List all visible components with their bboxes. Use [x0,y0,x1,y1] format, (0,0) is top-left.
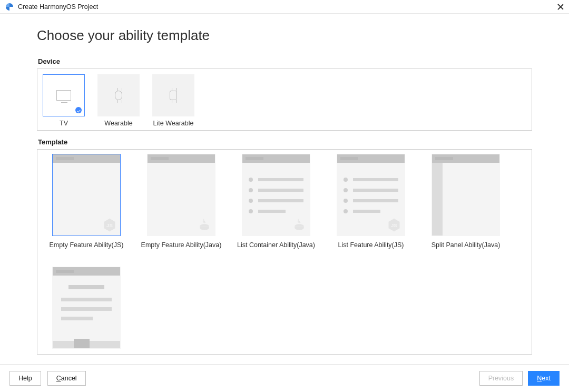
device-label: Lite Wearable [153,120,194,127]
template-card [52,267,121,349]
template-topbar [432,154,499,163]
device-section-label: Device [38,57,532,65]
template-label: Empty Feature Ability(Java) [141,241,222,249]
device-label: Wearable [104,120,132,127]
svg-text:JS: JS [391,222,397,228]
template-label: List Feature Ability(JS) [338,241,404,249]
cancel-mnemonic: C [56,375,61,382]
template-option[interactable]: List Container Ability(Java) [231,154,321,249]
device-label: TV [60,120,68,127]
template-section-label: Template [38,138,532,146]
create-project-dialog: Create HarmonyOS Project Choose your abi… [0,0,569,392]
template-label: List Container Ability(Java) [237,241,315,249]
template-card: JS [337,154,405,236]
cancel-rest: ancel [61,375,77,382]
template-tabbar [53,341,120,348]
template-card [242,154,310,236]
watch-icon [115,91,122,100]
template-list-lines [344,171,398,220]
java-badge-icon [292,218,307,232]
device-card [97,74,140,116]
device-option[interactable]: Wearable [97,74,140,127]
template-option[interactable]: Split Panel Ability(Java) [421,154,511,249]
dialog-title-bar: Create HarmonyOS Project [0,0,569,14]
template-topbar [53,154,120,163]
template-split-left [432,163,443,236]
template-topbar [242,154,310,163]
device-option[interactable]: Lite Wearable [152,74,194,127]
template-option[interactable]: Empty Feature Ability(Java) [136,154,226,249]
next-rest: ext [542,375,551,382]
template-label: Tab Feature Ability(JS) [53,354,120,355]
cancel-button[interactable]: Cancel [47,371,86,386]
tv-icon [56,90,71,101]
next-mnemonic: N [537,375,542,382]
device-option[interactable]: TV [43,74,85,127]
close-icon[interactable] [557,4,564,10]
template-card [147,154,215,236]
template-label: Split Panel Ability(Java) [431,241,501,249]
help-button[interactable]: Help [9,371,41,386]
template-topbar [53,267,120,276]
template-picker: JSEmpty Feature Ability(JS)Empty Feature… [37,149,532,355]
js-badge-icon: JS [102,218,117,232]
template-option[interactable]: JSList Feature Ability(JS) [326,154,416,249]
dialog-footer: Help Cancel Previous Next [0,364,569,392]
template-card: JS [52,154,121,236]
template-list-lines [249,171,303,220]
dialog-body: Choose your ability template Device TVWe… [0,14,569,364]
previous-button[interactable]: Previous [479,371,523,386]
dialog-title: Create HarmonyOS Project [18,3,557,11]
next-button[interactable]: Next [528,371,560,386]
page-title: Choose your ability template [37,27,532,44]
template-option[interactable]: JSEmpty Feature Ability(JS) [42,154,131,249]
template-topbar [148,154,215,163]
watch-lite-icon [170,91,177,100]
selected-check-icon [75,107,82,113]
template-label: Empty Feature Ability(JS) [49,241,123,249]
template-topbar [337,154,405,163]
svg-text:JS: JS [106,222,113,228]
js-badge-icon: JS [387,218,401,232]
template-option[interactable]: Tab Feature Ability(JS) [42,267,131,355]
template-card [431,154,500,236]
device-picker: TVWearableLite Wearable [37,68,532,131]
java-badge-icon [197,218,212,232]
harmonyos-logo-icon [5,3,14,11]
device-card [152,74,194,116]
device-card [43,74,85,116]
